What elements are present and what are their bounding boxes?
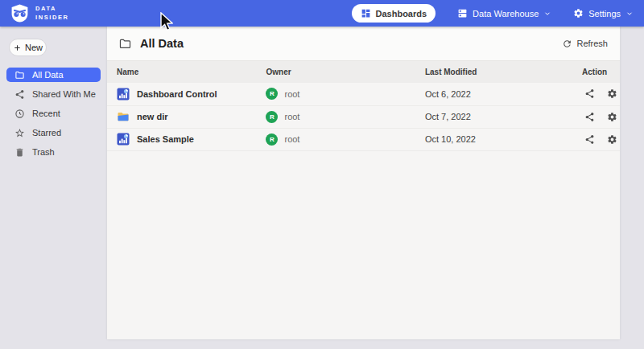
settings-menu[interactable]: Settings: [573, 8, 634, 18]
sidebar: New All Data Shared With Me Recent Starr…: [0, 27, 107, 349]
owner-name: root: [284, 112, 299, 121]
column-header-action: Action: [579, 61, 620, 83]
sidebar-item-starred[interactable]: Starred: [6, 125, 101, 140]
file-name: Sales Sample: [137, 134, 194, 144]
column-header-name: Name: [107, 61, 266, 83]
new-button[interactable]: New: [9, 39, 47, 56]
dashboard-icon: [361, 8, 371, 18]
refresh-icon: [562, 39, 572, 49]
file-name: new dir: [137, 112, 168, 121]
sidebar-item-label: Shared With Me: [32, 89, 96, 99]
owner-name: root: [284, 89, 299, 99]
trash-icon: [14, 147, 25, 158]
sidebar-item-trash[interactable]: Trash: [6, 145, 101, 159]
last-modified-date: Oct 7, 2022: [425, 112, 471, 121]
share-icon: [14, 89, 25, 100]
app-logo: DATA INSIDER: [10, 3, 69, 23]
table-row[interactable]: Sales Sample R root Oct 10, 2022: [107, 128, 620, 150]
clock-icon: [14, 109, 25, 119]
table-header-row: Name Owner Last Modified Action: [107, 61, 620, 83]
table-row[interactable]: Dashboard Control R root Oct 6, 2022: [107, 83, 620, 105]
gear-icon[interactable]: [607, 88, 617, 99]
main-area: All Data Refresh Name Owner Last Modifie…: [107, 27, 644, 349]
owner-avatar: R: [266, 88, 278, 100]
sidebar-item-label: Recent: [32, 109, 60, 118]
database-icon: [457, 8, 468, 18]
chevron-down-icon: [543, 10, 551, 18]
plus-icon: [13, 43, 22, 52]
refresh-button[interactable]: Refresh: [562, 39, 608, 49]
sidebar-item-label: Trash: [32, 147, 55, 157]
last-modified-date: Oct 6, 2022: [425, 89, 471, 99]
dashboards-button[interactable]: Dashboards: [352, 4, 436, 23]
data-warehouse-menu[interactable]: Data Warehouse: [457, 8, 551, 18]
content-header: All Data Refresh: [107, 27, 620, 61]
share-icon[interactable]: [584, 88, 595, 99]
gear-icon[interactable]: [607, 112, 617, 122]
sidebar-item-all-data[interactable]: All Data: [6, 68, 101, 82]
chevron-down-icon: [625, 10, 634, 18]
file-type-icon: [117, 133, 130, 146]
owl-logo-icon: [10, 3, 30, 23]
owner-name: root: [284, 134, 299, 144]
gear-icon[interactable]: [607, 134, 617, 145]
sidebar-item-label: Starred: [32, 128, 61, 138]
content-card: All Data Refresh Name Owner Last Modifie…: [107, 27, 620, 339]
share-icon[interactable]: [584, 112, 595, 122]
file-name: Dashboard Control: [137, 89, 217, 99]
top-navbar: DATA INSIDER Dashboards Data Warehouse S…: [0, 0, 644, 27]
gear-icon: [573, 8, 584, 18]
file-type-icon: [117, 110, 130, 123]
file-type-icon: [117, 88, 130, 101]
share-icon[interactable]: [584, 134, 595, 145]
sidebar-item-shared-with-me[interactable]: Shared With Me: [6, 87, 101, 101]
sidebar-item-recent[interactable]: Recent: [6, 106, 101, 121]
app-name: DATA INSIDER: [35, 5, 69, 23]
page-title: All Data: [140, 37, 184, 50]
star-icon: [14, 128, 25, 138]
column-header-owner: Owner: [266, 61, 424, 83]
owner-avatar: R: [266, 111, 278, 123]
folder-icon: [118, 37, 132, 51]
files-table: Name Owner Last Modified Action: [107, 61, 620, 151]
owner-avatar: R: [266, 133, 278, 146]
folder-icon: [14, 70, 25, 80]
column-header-last-modified: Last Modified: [425, 61, 579, 83]
sidebar-item-label: All Data: [32, 70, 64, 80]
last-modified-date: Oct 10, 2022: [425, 134, 476, 144]
table-row[interactable]: new dir R root Oct 7, 2022: [107, 105, 620, 128]
